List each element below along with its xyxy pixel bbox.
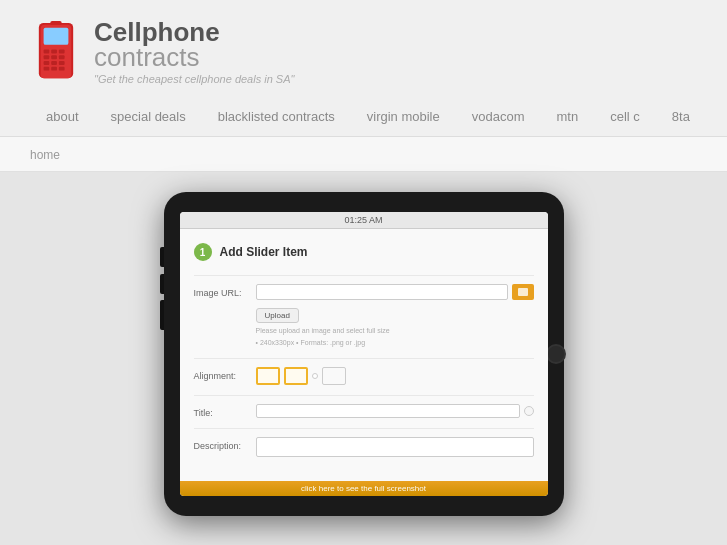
svg-rect-5 — [59, 49, 65, 53]
brand-area: Cellphone contracts "Get the cheapest ce… — [30, 18, 697, 97]
upload-hint-line1: Please upload an image and select full s… — [256, 326, 534, 336]
form-header: 1 Add Slider Item — [194, 243, 534, 261]
tablet-time: 01:25 AM — [344, 215, 382, 225]
nav-item-virgin-mobile[interactable]: virgin mobile — [351, 99, 456, 136]
phone-logo-icon — [30, 21, 82, 83]
site-header: Cellphone contracts "Get the cheapest ce… — [0, 0, 727, 137]
tablet-status-bar: 01:25 AM — [180, 212, 548, 229]
form-title: Add Slider Item — [220, 245, 308, 259]
align-center-option[interactable] — [284, 367, 308, 385]
svg-rect-9 — [44, 61, 50, 65]
nav-item-mtn[interactable]: mtn — [541, 99, 595, 136]
svg-rect-6 — [44, 55, 50, 59]
tablet-form-content: 1 Add Slider Item Image URL: — [180, 229, 548, 481]
image-url-row: Image URL: Upload Please up — [194, 275, 534, 348]
upload-hint-line2: • 240x330px • Formats: .png or .jpg — [256, 338, 534, 348]
nav-item-vodacom[interactable]: vodacom — [456, 99, 541, 136]
tablet-device: 01:25 AM 1 Add Slider Item Image URL: — [164, 192, 564, 516]
tablet-home-button[interactable] — [546, 344, 566, 364]
nav-item-special-deals[interactable]: special deals — [95, 99, 202, 136]
svg-rect-4 — [51, 49, 57, 53]
upload-button[interactable]: Upload — [256, 308, 299, 323]
title-input[interactable] — [256, 404, 520, 418]
bottom-hint-bar[interactable]: click here to see the full screenshot — [180, 481, 548, 496]
image-url-field: Upload Please upload an image and select… — [256, 284, 534, 348]
description-input[interactable] — [256, 437, 534, 457]
title-label: Title: — [194, 404, 256, 418]
alignment-row: Alignment: — [194, 358, 534, 385]
nav-item-cell-c[interactable]: cell c — [594, 99, 656, 136]
nav-item-about[interactable]: about — [30, 99, 95, 136]
main-content: 01:25 AM 1 Add Slider Item Image URL: — [0, 172, 727, 545]
browse-button[interactable] — [512, 284, 534, 300]
svg-rect-2 — [44, 27, 69, 44]
tablet-body: 01:25 AM 1 Add Slider Item Image URL: — [164, 192, 564, 516]
svg-rect-12 — [44, 66, 50, 70]
align-separator — [312, 373, 318, 379]
nav-item-8ta[interactable]: 8ta — [656, 99, 706, 136]
svg-rect-13 — [51, 66, 57, 70]
svg-rect-8 — [59, 55, 65, 59]
nav-item-blacklisted-contracts[interactable]: blacklisted contracts — [202, 99, 351, 136]
breadcrumb-home[interactable]: home — [30, 148, 60, 162]
description-field-wrap — [256, 437, 534, 457]
title-field-icon — [524, 406, 534, 416]
title-field-wrap — [256, 404, 534, 418]
alignment-label: Alignment: — [194, 367, 256, 381]
svg-rect-10 — [51, 61, 57, 65]
tablet-side-button-mid — [160, 274, 164, 294]
svg-rect-15 — [50, 21, 61, 25]
main-nav: about special deals blacklisted contract… — [30, 97, 697, 136]
tablet-side-button-top — [160, 247, 164, 267]
url-input[interactable] — [256, 284, 508, 300]
brand-text: Cellphone contracts "Get the cheapest ce… — [94, 18, 294, 85]
align-right-option[interactable] — [322, 367, 346, 385]
description-row: Description: — [194, 428, 534, 457]
tablet-screen: 01:25 AM 1 Add Slider Item Image URL: — [180, 212, 548, 496]
svg-rect-14 — [59, 66, 65, 70]
step-indicator: 1 — [194, 243, 212, 261]
breadcrumb-bar: home — [0, 137, 727, 172]
alignment-field — [256, 367, 534, 385]
svg-rect-7 — [51, 55, 57, 59]
title-row: Title: — [194, 395, 534, 418]
description-label: Description: — [194, 437, 256, 451]
site-tagline: "Get the cheapest cellphone deals in SA" — [94, 73, 294, 85]
image-url-label: Image URL: — [194, 284, 256, 298]
browse-icon — [518, 288, 528, 296]
svg-rect-3 — [44, 49, 50, 53]
site-title: Cellphone contracts — [94, 18, 294, 71]
svg-rect-11 — [59, 61, 65, 65]
tablet-side-button-bot — [160, 300, 164, 330]
align-left-option[interactable] — [256, 367, 280, 385]
